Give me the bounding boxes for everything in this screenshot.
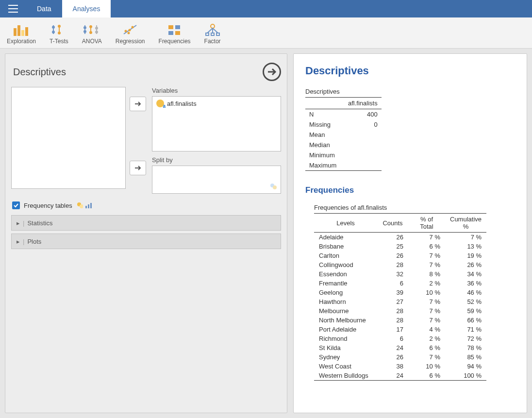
table-row: West Coast3810 %94 %: [314, 362, 486, 371]
table-row: Carlton267 %19 %: [314, 251, 486, 260]
cell-pct: 6 %: [408, 242, 445, 251]
statistics-accordion[interactable]: ▸ | Statistics: [11, 215, 281, 231]
cell-level: Adelaide: [314, 233, 377, 242]
table-row: Port Adelaide174 %71 %: [314, 325, 486, 334]
ribbon-exploration[interactable]: Exploration: [7, 21, 36, 45]
tab-data[interactable]: Data: [26, 0, 62, 17]
cell-pct: 7 %: [408, 306, 445, 316]
cell-cum: 78 %: [445, 343, 486, 352]
cell-count: 25: [377, 242, 408, 251]
cell-pct: 7 %: [408, 352, 445, 362]
cell-level: Carlton: [314, 251, 377, 260]
nominal-filter-icon: [269, 183, 278, 191]
svg-rect-6: [25, 27, 28, 36]
cell-cum: 66 %: [445, 316, 486, 325]
ttests-icon: [50, 21, 67, 36]
cell-count: 24: [377, 371, 408, 381]
titlebar: Data Analyses: [0, 0, 532, 17]
frequencies-table-title: Frequencies of afl.finalists: [314, 204, 515, 211]
svg-rect-47: [90, 203, 92, 208]
cell-count: 6: [377, 334, 408, 343]
svg-point-31: [211, 24, 215, 28]
table-row: Sydney267 %85 %: [314, 352, 486, 362]
table-row: Mean: [305, 130, 382, 140]
splitby-box[interactable]: [152, 166, 281, 194]
ribbon-anova[interactable]: ANOVA: [82, 21, 102, 45]
cell-cum: 19 %: [445, 251, 486, 260]
cell-level: Sydney: [314, 352, 377, 362]
chevron-right-icon: ▸: [17, 219, 20, 227]
results-heading: Descriptives: [305, 65, 515, 77]
svg-point-21: [95, 31, 98, 33]
variables-label: Variables: [152, 87, 281, 94]
table-row: Geelong3910 %46 %: [314, 288, 486, 297]
panel-header: Descriptives: [11, 59, 281, 87]
cell-count: 28: [377, 316, 408, 325]
svg-rect-1: [8, 8, 18, 9]
ribbon-ttests[interactable]: T-Tests: [50, 21, 68, 45]
svg-point-9: [52, 31, 55, 33]
svg-line-34: [213, 28, 218, 33]
svg-rect-27: [168, 25, 173, 29]
move-to-variables-button[interactable]: [130, 97, 146, 111]
svg-point-25: [132, 26, 134, 28]
menu-button[interactable]: [0, 0, 26, 17]
cell-count: 24: [377, 343, 408, 352]
variables-box[interactable]: afl.finalists: [152, 96, 281, 151]
cell-level: North Melbourne: [314, 316, 377, 325]
ribbon-frequencies[interactable]: Frequencies: [159, 21, 191, 45]
cell-cum: 72 %: [445, 334, 486, 343]
cell-pct: 10 %: [408, 362, 445, 371]
svg-rect-36: [211, 33, 214, 35]
frequency-tables-checkbox[interactable]: [12, 201, 20, 209]
descriptives-table-title: Descriptives: [305, 88, 515, 95]
cell-count: 39: [377, 288, 408, 297]
cell-level: Collingwood: [314, 260, 377, 269]
cell-pct: 7 %: [408, 297, 445, 306]
cell-count: 28: [377, 260, 408, 269]
table-row: Minimum: [305, 150, 382, 160]
move-buttons: [130, 87, 148, 194]
target-boxes: Variables afl.finalists Split by: [152, 87, 281, 194]
tab-analyses[interactable]: Analyses: [62, 0, 111, 17]
chevron-right-icon: ▸: [17, 238, 20, 245]
table-row: North Melbourne287 %66 %: [314, 316, 486, 325]
svg-point-12: [58, 32, 61, 34]
cell-cum: 7 %: [445, 233, 486, 242]
svg-point-8: [52, 26, 55, 29]
cell-pct: 7 %: [408, 251, 445, 260]
svg-point-18: [89, 31, 92, 34]
accordion-label: Statistics: [27, 219, 52, 227]
svg-point-24: [129, 29, 131, 31]
table-row: Richmond62 %72 %: [314, 334, 486, 343]
table-row: Brisbane256 %13 %: [314, 242, 486, 251]
cell-level: Essendon: [314, 269, 377, 279]
svg-point-11: [58, 25, 61, 28]
svg-rect-35: [206, 33, 209, 35]
cell-pct: 4 %: [408, 325, 445, 334]
cell-level: Melbourne: [314, 306, 377, 316]
available-variables-list[interactable]: [11, 87, 126, 189]
cell-count: 32: [377, 269, 408, 279]
plots-accordion[interactable]: ▸ | Plots: [11, 234, 281, 249]
svg-rect-3: [14, 28, 17, 36]
ribbon: Exploration T-Tests ANOVA Regression Fre…: [0, 17, 532, 49]
move-to-splitby-button[interactable]: [130, 161, 146, 175]
hamburger-icon: [8, 5, 18, 13]
desc-col-header: afl.finalists: [344, 98, 382, 109]
variable-name: afl.finalists: [167, 100, 197, 107]
cell-cum: 52 %: [445, 297, 486, 306]
descriptives-table: afl.finalists N400 Missing0 Mean Median …: [305, 97, 382, 171]
panel-title: Descriptives: [13, 67, 66, 78]
table-row: Adelaide267 %7 %: [314, 233, 486, 242]
variable-item[interactable]: afl.finalists: [156, 100, 277, 107]
run-button[interactable]: [263, 63, 281, 81]
ribbon-label: Frequencies: [159, 38, 191, 45]
ribbon-regression[interactable]: Regression: [116, 21, 145, 45]
variable-assignment: Variables afl.finalists Split by: [11, 87, 281, 194]
col-counts: Counts: [377, 214, 408, 233]
regression-icon: [122, 21, 138, 36]
cell-count: 27: [377, 297, 408, 306]
ribbon-factor[interactable]: Factor: [204, 21, 221, 45]
table-row: N400: [305, 109, 382, 120]
